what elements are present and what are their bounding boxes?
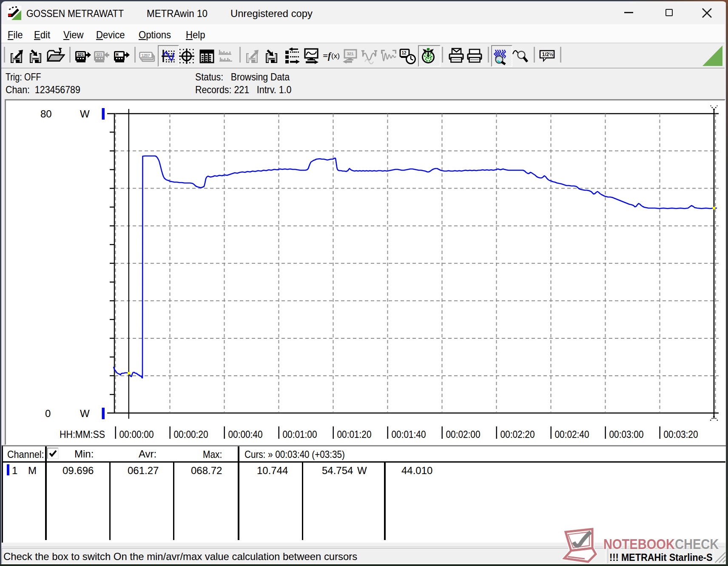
svg-text:00:00:00: 00:00:00 (119, 429, 154, 440)
svg-text:00:01:00: 00:01:00 (283, 429, 317, 440)
svg-text:00:02:00: 00:02:00 (446, 429, 481, 440)
svg-text:80: 80 (40, 108, 52, 120)
svg-text:HH:MM:SS: HH:MM:SS (60, 429, 105, 440)
svg-text:W: W (80, 408, 90, 419)
svg-text:00:03:20: 00:03:20 (664, 429, 698, 440)
svg-text:00:00:20: 00:00:20 (174, 429, 208, 440)
svg-text:W: W (80, 108, 90, 120)
svg-text:0: 0 (45, 408, 51, 419)
svg-text:00:02:20: 00:02:20 (500, 429, 535, 440)
svg-text:00:00:40: 00:00:40 (228, 429, 263, 440)
svg-text:00:02:40: 00:02:40 (555, 429, 589, 440)
svg-text:00:03:00: 00:03:00 (609, 429, 644, 440)
svg-text:00:01:40: 00:01:40 (392, 429, 426, 440)
svg-text:00:01:20: 00:01:20 (337, 429, 372, 440)
